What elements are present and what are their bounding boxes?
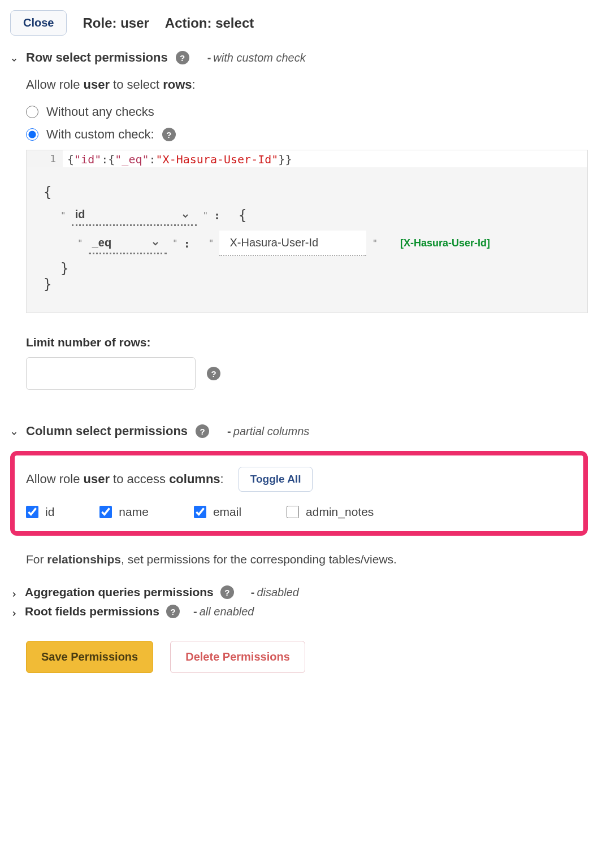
action-label: Action: [165,15,212,31]
aggregation-permissions-hint: -disabled [251,586,299,599]
chevron-down-icon[interactable] [10,54,18,62]
column-checkbox-id[interactable]: id [26,505,54,519]
root-fields-permissions-title: Root fields permissions [25,605,159,618]
radio-custom-check[interactable]: With custom check: ? [26,127,588,142]
chevron-down-icon [181,210,190,219]
role-label: Role: [83,15,116,31]
close-button[interactable]: Close [10,10,67,36]
action-header: Action: select [165,15,254,31]
column-checkbox-email[interactable]: email [194,505,241,519]
column-allow-text: Allow role user to access columns: [26,472,224,487]
delete-permissions-button[interactable]: Delete Permissions [170,641,305,673]
help-icon[interactable]: ? [176,51,189,64]
column-checkbox-label: name [119,505,149,519]
radio-custom-check-label: With custom check: [46,127,154,142]
limit-label: Limit number of rows: [26,336,588,349]
role-header: Role: user [83,15,149,31]
radio-without-checks-input[interactable] [26,106,38,118]
builder-op-row: " _eq " : " " [X-Hasura-User-Id] [77,231,570,256]
brace-close-outer: } [44,276,570,292]
help-icon[interactable]: ? [196,424,209,438]
help-icon[interactable]: ? [162,128,176,141]
column-checkbox-name[interactable]: name [99,505,149,519]
session-variable-hint: [X-Hasura-User-Id] [400,237,490,249]
radio-without-checks-label: Without any checks [46,105,154,119]
column-checkbox-label: admin_notes [306,505,374,519]
column-permissions-title: Column select permissions [26,424,188,439]
column-checkbox-input[interactable] [194,506,206,518]
radio-custom-check-input[interactable] [26,128,38,141]
value-input[interactable] [219,231,366,256]
save-permissions-button[interactable]: Save Permissions [26,641,153,673]
row-allow-text: Allow role user to select rows: [26,77,588,92]
row-permissions-title: Row select permissions [26,50,168,65]
aggregation-permissions-header[interactable]: Aggregation queries permissions ? -disab… [10,585,588,599]
limit-input[interactable] [26,357,196,390]
column-highlight-box: Allow role user to access columns: Toggl… [10,451,588,536]
operator-select[interactable]: _eq [89,233,167,254]
field-select-value: id [75,208,85,221]
brace-close-inner: } [60,261,570,276]
field-select[interactable]: id [72,205,197,226]
relationships-note: For relationships, set permissions for t… [26,553,588,566]
chevron-down-icon [151,238,160,247]
column-permissions-header[interactable]: Column select permissions ? -partial col… [10,424,588,439]
limit-block: Limit number of rows: ? [26,336,588,390]
operator-select-value: _eq [92,236,111,249]
column-checkbox-label: email [213,505,241,519]
help-icon[interactable]: ? [166,605,180,618]
footer-buttons: Save Permissions Delete Permissions [26,641,588,673]
column-checkbox-input[interactable] [26,506,38,518]
row-permissions-header[interactable]: Row select permissions ? -with custom ch… [10,50,588,65]
columns-row: id name email admin_notes [26,505,572,519]
json-editor[interactable]: 1 {"id":{"_eq":"X-Hasura-User-Id"}} { " … [26,150,588,313]
action-value: select [215,15,254,31]
help-icon[interactable]: ? [207,367,220,380]
toggle-all-button[interactable]: Toggle All [239,467,313,492]
role-value: user [120,15,149,31]
root-fields-permissions-header[interactable]: Root fields permissions ? -all enabled [10,605,588,618]
help-icon[interactable]: ? [220,585,234,599]
chevron-right-icon[interactable] [10,607,18,615]
column-checkbox-admin-notes[interactable]: admin_notes [287,505,374,519]
line-number: 1 [27,150,63,167]
builder-field-row: " id " : { [60,205,570,226]
brace-open: { [44,184,570,200]
chevron-down-icon[interactable] [10,427,18,435]
aggregation-permissions-title: Aggregation queries permissions [25,585,214,599]
column-checkbox-input[interactable] [99,506,112,518]
root-fields-permissions-hint: -all enabled [193,605,254,618]
code-content[interactable]: {"id":{"_eq":"X-Hasura-User-Id"}} [63,150,296,167]
filter-builder: { " id " : { " _eq [27,167,587,313]
row-permissions-hint: -with custom check [207,51,306,64]
chevron-right-icon[interactable] [10,588,18,596]
topbar: Close Role: user Action: select [10,10,588,36]
column-checkbox-label: id [45,505,54,519]
radio-without-checks[interactable]: Without any checks [26,105,588,119]
column-permissions-hint: -partial columns [227,425,309,438]
column-allow-row: Allow role user to access columns: Toggl… [26,467,572,492]
column-checkbox-input[interactable] [287,506,299,518]
